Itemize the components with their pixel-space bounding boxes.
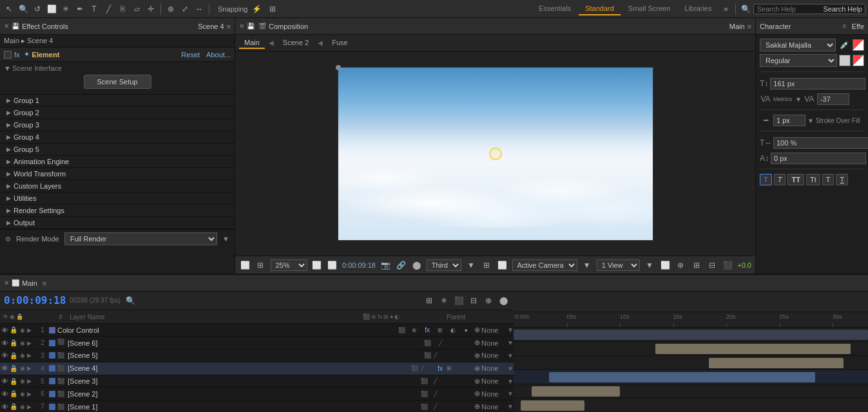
tl-icon2[interactable]: ✳ <box>438 294 450 307</box>
view-layout-select[interactable]: 1 View 2 Views 4 Views <box>597 259 640 271</box>
layer-5-parent-dropdown[interactable]: ▼ <box>507 378 514 385</box>
track-bar-4[interactable] <box>549 372 815 382</box>
layer-1-solo[interactable]: ◉ <box>18 327 27 333</box>
type-btn-small-caps[interactable]: Tt <box>806 174 820 185</box>
layer-2-solo-btn[interactable]: ⬛ <box>421 340 434 346</box>
tl-icon1[interactable]: ⊞ <box>423 294 436 307</box>
layer-6-parent-dropdown[interactable]: ▼ <box>507 390 514 397</box>
track-bar-1[interactable] <box>514 330 868 340</box>
layer-6-solo[interactable]: ◉ <box>18 391 27 397</box>
anchor-tool[interactable]: ⊕ <box>164 3 177 15</box>
comp-tab-fuse[interactable]: Fuse <box>327 37 352 49</box>
camera-tool[interactable]: ⬜ <box>45 3 58 15</box>
fx-enable-checkbox[interactable] <box>4 51 12 59</box>
layer-3-solo[interactable]: ◉ <box>18 352 27 359</box>
layer-7-expand[interactable]: ▶ <box>27 404 36 410</box>
layer-7-solo[interactable]: ◉ <box>18 404 27 410</box>
layer-4-eff-btn[interactable]: ⊞ <box>447 365 459 371</box>
layer-2-parent-dropdown[interactable]: ▼ <box>507 339 514 346</box>
comp-bottom-icon1[interactable]: ⬜ <box>239 259 251 272</box>
layer-4-solo[interactable]: ◉ <box>18 365 27 371</box>
layer-7-eye[interactable]: 👁 <box>0 403 9 411</box>
motion-blur-btn[interactable]: 🔗 <box>395 259 407 272</box>
scene-interface-toggle[interactable]: ▼ Scene Interface <box>4 64 231 72</box>
group-item-1[interactable]: ▶ Group 1 <box>0 95 235 107</box>
group-item-2[interactable]: ▶ Group 2 <box>0 107 235 119</box>
tl-icon4[interactable]: ⊟ <box>467 294 480 307</box>
layer-5-solo[interactable]: ◉ <box>18 378 27 384</box>
view-preset-select[interactable]: Third First <box>427 259 461 271</box>
layer-1-ctrl-btn[interactable]: ● <box>459 327 472 333</box>
view-icon[interactable]: ⊞ <box>481 259 492 272</box>
layer-3-eye[interactable]: 👁 <box>0 351 9 359</box>
light-tool[interactable]: ✳ <box>59 3 72 15</box>
fx-reset-btn[interactable]: Reset <box>181 51 200 59</box>
layer-row-1[interactable]: 👁 🔒 ◉ ▶ 1 Color Control ⬛ ⊕ fx ⊞ ◐ ● ⊕ N… <box>0 324 514 337</box>
group-item-3[interactable]: ▶ Group 3 <box>0 119 235 131</box>
layer-4-solo-btn[interactable]: ⬛ <box>408 365 421 371</box>
text-tool[interactable]: T <box>88 3 101 15</box>
toggle-btn5[interactable]: ⬛ <box>722 259 733 272</box>
toggle-btn3[interactable]: ⊞ <box>691 259 702 272</box>
camera-dropdown[interactable]: ▼ <box>581 259 593 272</box>
comp-viewport[interactable] <box>235 52 755 256</box>
layer-3-parent-dropdown[interactable]: ▼ <box>507 352 514 359</box>
group-item-output[interactable]: ▶ Output <box>0 217 235 229</box>
stroke-width-input[interactable] <box>773 115 805 126</box>
layer-row-4[interactable]: 👁 🔒 ◉ ▶ 4 ⬛ [Scene 4] ⬛ ╱ fx ⊞ ⊕ None ▼ <box>0 362 514 375</box>
comp-close-btn[interactable]: ✕ <box>239 23 244 30</box>
layer-1-solo-btn[interactable]: ⬛ <box>395 327 408 333</box>
layer-2-adj-btn[interactable]: ╱ <box>434 340 447 346</box>
layer-1-expand[interactable]: ▶ <box>27 327 36 333</box>
view-3d-btn[interactable]: ⬜ <box>496 259 508 272</box>
move-tool[interactable]: ⤢ <box>178 3 191 15</box>
workspace-more[interactable]: » <box>719 3 732 15</box>
layer-row-3[interactable]: 👁 🔒 ◉ ▶ 3 ⬛ [Scene 5] ⬛ ╱ ⊕ None ▼ <box>0 350 514 362</box>
layer-row-7[interactable]: 👁 🔒 ◉ ▶ 7 ⬛ [Scene 1] ⬛ ╱ ⊕ None ▼ <box>0 400 514 412</box>
layer-6-eye[interactable]: 👁 <box>0 390 9 398</box>
track-bar-5[interactable] <box>532 386 621 397</box>
layer-1-adj-btn[interactable]: ⊕ <box>408 327 421 333</box>
font-name-select[interactable]: Sakkal Majalla <box>760 39 836 52</box>
puppet-tool[interactable]: ✛ <box>144 3 157 15</box>
layer-2-eye[interactable]: 👁 <box>0 339 9 347</box>
font-style-select[interactable]: Regular Bold Italic <box>760 54 837 67</box>
comp-menu-btn[interactable]: ≡ <box>747 23 751 30</box>
zoom-tool[interactable]: 🔍 <box>17 3 30 15</box>
layer-6-solo-btn[interactable]: ⬛ <box>421 391 434 397</box>
track-bar-2[interactable] <box>655 344 851 354</box>
layer-2-expand[interactable]: ▶ <box>27 340 36 346</box>
tl-icon5[interactable]: ⊕ <box>482 294 495 307</box>
color-swatch[interactable] <box>853 39 864 51</box>
layer-7-lock[interactable]: 🔒 <box>9 403 18 410</box>
type-btn-normal[interactable]: T <box>760 174 772 185</box>
layer-1-parent-dropdown[interactable]: ▼ <box>507 326 514 333</box>
layer-5-adj-btn[interactable]: ╱ <box>434 378 447 384</box>
view-layout-dropdown[interactable]: ▼ <box>644 259 655 272</box>
layer-6-expand[interactable]: ▶ <box>27 391 36 397</box>
char-menu-icon[interactable]: ≡ <box>843 23 847 30</box>
layer-2-solo[interactable]: ◉ <box>18 340 27 346</box>
ws-tab-essentials[interactable]: Essentials <box>532 3 577 15</box>
group-item-4[interactable]: ▶ Group 4 <box>0 131 235 144</box>
rotate-tool[interactable]: ↺ <box>31 3 44 15</box>
panel-menu-btn[interactable]: ≡ <box>227 23 231 30</box>
select-tool[interactable]: ↖ <box>3 3 15 15</box>
group-item-render-settings[interactable]: ▶ Render Settings <box>0 205 235 217</box>
track-bar-3[interactable] <box>709 358 844 368</box>
search-input[interactable] <box>757 5 821 13</box>
brush-tool[interactable]: ╱ <box>102 3 115 15</box>
snap-toggle[interactable]: ⚡ <box>251 3 264 15</box>
clone-tool[interactable]: ⎘ <box>116 3 129 15</box>
toggle-btn1[interactable]: ⬜ <box>659 259 671 272</box>
comp-bottom-icon2[interactable]: ⊞ <box>255 259 266 272</box>
layer-4-adj-btn[interactable]: ╱ <box>421 365 434 371</box>
toggle-btn2[interactable]: ⊕ <box>675 259 686 272</box>
tl-close-btn[interactable]: ✕ <box>4 279 9 286</box>
baseline-input[interactable] <box>771 153 866 164</box>
layer-5-expand[interactable]: ▶ <box>27 378 36 384</box>
layer-3-lock[interactable]: 🔒 <box>9 352 18 359</box>
ws-tab-standard[interactable]: Standard <box>579 3 621 15</box>
stroke-width-dropdown[interactable]: ▼ <box>807 117 814 124</box>
resolution-btn[interactable]: ⬜ <box>311 259 323 272</box>
